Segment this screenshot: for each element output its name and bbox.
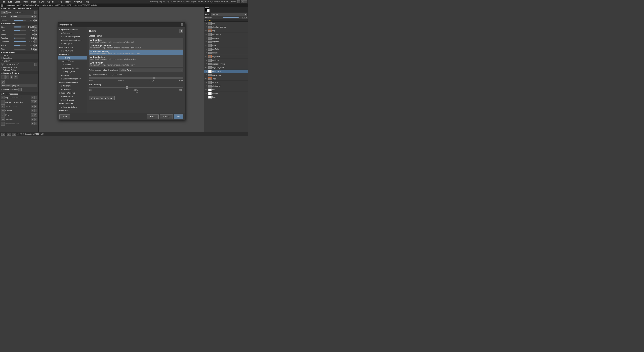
- zoom-rotate-left[interactable]: ◁: [1, 133, 5, 136]
- layer-eye-dognose[interactable]: 👁: [205, 40, 208, 43]
- layer-dogbody[interactable]: 👁 dogbody: [204, 58, 248, 62]
- theme-item-2[interactable]: Artbox-Middle-Grey /home/mark/code/gnome…: [89, 50, 183, 55]
- angle-slider[interactable]: [14, 34, 26, 35]
- spacing-arrows[interactable]: ▲▼: [34, 36, 38, 39]
- dynamics-edit[interactable]: ✎: [34, 63, 38, 66]
- align-right-btn[interactable]: ⊞: [10, 75, 14, 79]
- icon-size-slider[interactable]: [89, 77, 183, 79]
- layer-joystick[interactable]: 👁 joystick: [204, 81, 248, 84]
- pref-nav-toolbox[interactable]: ◈ Toolbox: [58, 63, 87, 67]
- reset-button[interactable]: Reset: [147, 115, 158, 119]
- mode-arrows[interactable]: ◂▸: [34, 15, 38, 18]
- menu-item-windows[interactable]: Windows: [72, 0, 83, 3]
- layer-eye-ziggy[interactable]: 👁: [205, 77, 208, 80]
- jitter-arrows[interactable]: ▲▼: [34, 48, 38, 51]
- preset-item-1[interactable]: ● imp-conte-zigzag-0.1 ⊕ ✕: [0, 100, 38, 104]
- spacing-slider[interactable]: [14, 37, 26, 38]
- layer-eye-hull[interactable]: 👁: [205, 89, 208, 91]
- align-center-btn[interactable]: ◫: [5, 75, 9, 79]
- reload-theme-button[interactable]: ↺ Reload Current Theme: [89, 96, 115, 100]
- force-arrows[interactable]: ▲▼: [34, 44, 38, 47]
- size-slider[interactable]: [14, 26, 26, 27]
- hardness-arrows[interactable]: ▲▼: [34, 40, 38, 43]
- layer-dogbody-colour[interactable]: 👁 dogbody_colour: [204, 66, 248, 70]
- pref-nav-help-system[interactable]: ◈ Help System: [58, 70, 87, 74]
- pref-nav-title-status[interactable]: ◈ Title & Status: [58, 98, 87, 102]
- pref-nav-input-devices[interactable]: ◈ Input Devices: [58, 102, 87, 105]
- ratio-slider[interactable]: [14, 30, 26, 31]
- layer-dogleftear[interactable]: 👁 dogleftear: [204, 55, 248, 58]
- pref-nav-display[interactable]: ◈ Display: [58, 74, 87, 77]
- right-mode-select[interactable]: Normal: [211, 13, 247, 16]
- preset-item-5[interactable]: ⬡ Standard ⊕ ✕: [0, 117, 38, 122]
- dialog-close-btn[interactable]: ×: [180, 23, 183, 26]
- brush-options-btn[interactable]: ▼: [34, 11, 38, 14]
- preset-duplicate-4[interactable]: ⊕: [31, 114, 34, 117]
- preset-item-6[interactable]: ⬡ Monospace Bold ⊕ ✕: [0, 122, 38, 126]
- theme-item-4[interactable]: Artbox-Warm /home/mark/code/gnome/share/…: [89, 61, 183, 67]
- menu-item-help[interactable]: Help: [84, 0, 90, 3]
- zoom-up[interactable]: △: [12, 133, 16, 136]
- pref-nav-icon-theme[interactable]: ◈ Icon Theme: [58, 59, 87, 63]
- reset-btn[interactable]: ↺: [14, 75, 18, 79]
- opacity-arrows[interactable]: ▲▼: [34, 19, 38, 22]
- preset-delete-3[interactable]: ✕: [34, 109, 38, 112]
- layer-eye-dog-strokes[interactable]: 👁: [205, 33, 208, 36]
- pref-nav-image-import[interactable]: ◈ Image Import & Export: [58, 38, 87, 42]
- layer-dognose[interactable]: 👁 dognose: [204, 40, 248, 44]
- layer-eye-dogeyes[interactable]: 👁: [205, 37, 208, 39]
- help-button[interactable]: Help: [60, 115, 70, 119]
- preset-duplicate-1[interactable]: ⊕: [31, 100, 34, 103]
- pref-nav-canvas-interaction[interactable]: ◈ Canvas Interaction: [58, 81, 87, 84]
- mode-select[interactable]: Normal: [10, 15, 34, 18]
- preset-delete-4[interactable]: ✕: [34, 114, 38, 117]
- menu-item-view[interactable]: View: [22, 0, 29, 3]
- menu-item-colours[interactable]: Colours: [46, 0, 56, 3]
- preset-delete-2[interactable]: ✕: [34, 105, 38, 108]
- layer-dog-strokes[interactable]: 👁 dog_strokes: [204, 33, 248, 36]
- layer-ufo[interactable]: 👁 ufo: [204, 22, 248, 25]
- colour-scheme-select[interactable]: Middle Grey Dark Light: [119, 68, 183, 72]
- color-fg-swatch[interactable]: [205, 7, 209, 11]
- layer-shipinterior[interactable]: 👁 shipinterior: [204, 84, 248, 88]
- override-checkbox[interactable]: ✓: [89, 74, 91, 76]
- layer-eye-dogbody-colour[interactable]: 👁: [205, 66, 208, 69]
- layer-shipfeet[interactable]: 👁 shipfeet: [204, 92, 248, 95]
- preset-item-4[interactable]: ⬡ Pine ⊕ ✕: [0, 113, 38, 117]
- menu-item-layer[interactable]: Layer: [38, 0, 46, 3]
- layer-eye-dogbody[interactable]: 👁: [205, 59, 208, 62]
- pref-nav-interface[interactable]: ◈ Interface: [58, 53, 87, 56]
- preset-duplicate-2[interactable]: ⊕: [31, 105, 34, 108]
- force-slider[interactable]: [14, 45, 26, 46]
- ratio-arrows[interactable]: ▲▼: [34, 29, 38, 32]
- layer-main-layer[interactable]: 👁 Layer: [204, 95, 248, 99]
- pref-nav-input-controllers[interactable]: ◈ Input Controllers: [58, 105, 87, 109]
- pref-nav-default-grid[interactable]: ◈ Default Grid: [58, 49, 87, 53]
- layer-dogeyes[interactable]: 👁 dogeyes: [204, 36, 248, 40]
- layer-eye-shipfeet[interactable]: 👁: [205, 92, 208, 95]
- angle-arrows[interactable]: ▲▼: [34, 33, 38, 36]
- pref-nav-system-resources[interactable]: ◈ System Resources: [58, 28, 87, 31]
- layer-eye-dogbody-strokes[interactable]: 👁: [205, 63, 208, 65]
- dynamics-section[interactable]: Dynamics: [0, 59, 38, 62]
- layer-dogbody-strokes[interactable]: 👁 dogbody_strokes: [204, 62, 248, 66]
- pref-nav-tool-options[interactable]: ◈ Tool Options: [58, 42, 87, 46]
- layer-dog[interactable]: 👁 dog: [204, 29, 248, 33]
- preset-duplicate-6[interactable]: ⊕: [31, 122, 34, 125]
- layer-eye-dogleftear[interactable]: 👁: [205, 55, 208, 58]
- menu-item-file[interactable]: File: [1, 0, 6, 3]
- layer-collar[interactable]: 👁 collar: [204, 44, 248, 47]
- close-button[interactable]: ×: [244, 0, 247, 3]
- pref-nav-dialogue-defaults[interactable]: ◈ Dialogue Defaults: [58, 67, 87, 70]
- layer-eye-joystick[interactable]: 👁: [205, 81, 208, 84]
- layer-eye-dogrightear[interactable]: 👁: [205, 74, 208, 76]
- theme-item-0[interactable]: Artbox-Dark /home/mark/code/gnome/share/…: [89, 38, 183, 44]
- right-opacity-slider[interactable]: [223, 17, 239, 18]
- pref-nav-snapping[interactable]: ◈ Snapping: [58, 88, 87, 91]
- pref-nav-default-image[interactable]: ◈ Default Image: [58, 46, 87, 49]
- menu-item-edit[interactable]: Edit: [7, 0, 13, 3]
- layer-eye-dog[interactable]: 👁: [205, 29, 208, 32]
- ok-button[interactable]: OK: [174, 115, 183, 119]
- pref-section-icon[interactable]: ⊞: [179, 29, 183, 33]
- brush-options-section[interactable]: Brush Options: [0, 22, 38, 25]
